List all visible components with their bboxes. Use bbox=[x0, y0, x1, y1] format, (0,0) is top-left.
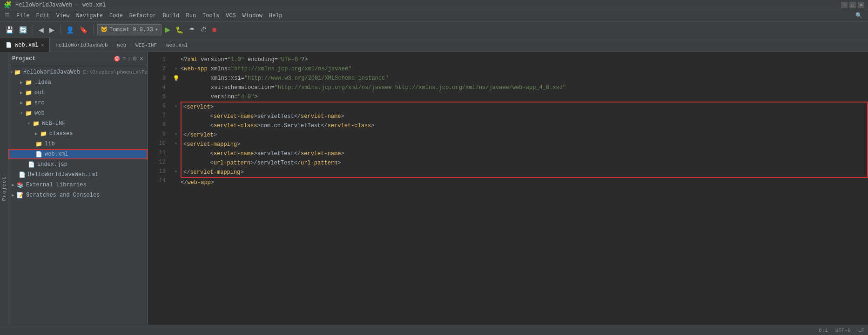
tree-item-scratches[interactable]: ▶ 📝 Scratches and Consoles bbox=[8, 190, 148, 200]
sidebar-expand-button[interactable]: ≡ bbox=[122, 55, 126, 62]
breadcrumb-webxml[interactable]: web.xml bbox=[166, 42, 188, 48]
window-title: HelloWorldJavaWeb - web.xml bbox=[15, 2, 106, 8]
toolbar-forward-button[interactable]: ▶ bbox=[47, 25, 56, 34]
tree-item-classes[interactable]: ▶ 📁 classes bbox=[8, 129, 148, 139]
title-bar: 🧩 HelloWorldJavaWeb - web.xml ─ □ ✕ bbox=[0, 0, 868, 10]
webinf-label: WEB-INF bbox=[42, 120, 65, 127]
sidebar-close-button[interactable]: ✕ bbox=[139, 55, 144, 62]
webinf-expand-icon: ▾ bbox=[26, 121, 32, 126]
fold-9-icon[interactable]: ▾ bbox=[175, 131, 177, 137]
maximize-button[interactable]: □ bbox=[849, 2, 856, 8]
tab-webxml[interactable]: 📄 web.xml ✕ bbox=[0, 38, 50, 52]
tab-webxml-icon: 📄 bbox=[6, 42, 12, 48]
menu-vcs[interactable]: VCS bbox=[223, 12, 239, 20]
line-num-3: 3 bbox=[148, 74, 166, 83]
breadcrumb-webinf[interactable]: WEB-INF bbox=[135, 42, 157, 48]
gutter-10[interactable]: ▾ bbox=[171, 139, 181, 148]
toolbar-back-button[interactable]: ◀ bbox=[37, 25, 46, 34]
menu-build[interactable]: Build bbox=[160, 12, 182, 20]
line-num-10: 10 bbox=[148, 139, 166, 148]
menu-edit[interactable]: Edit bbox=[34, 12, 53, 20]
coverage-button[interactable]: ☂ bbox=[187, 25, 197, 34]
gutter-9[interactable]: ▾ bbox=[171, 130, 181, 139]
highlight-block: <servlet> <servlet-name>servletTest</ser… bbox=[181, 102, 868, 178]
search-everywhere-icon[interactable]: 🔍 bbox=[852, 12, 866, 19]
fold-10-icon[interactable]: ▾ bbox=[175, 141, 177, 146]
menu-help[interactable]: Help bbox=[266, 12, 285, 20]
code-line-5: version="4.0"> bbox=[181, 92, 868, 102]
web-folder-icon: 📁 bbox=[25, 110, 32, 117]
bulb-3-icon[interactable]: 💡 bbox=[173, 75, 180, 82]
code-line-2: <web-app xmlns="http://xmlns.jcp.org/xml… bbox=[181, 64, 868, 74]
gutter-12 bbox=[171, 157, 181, 167]
debug-button[interactable]: 🐛 bbox=[174, 25, 185, 34]
line-num-13: 13 bbox=[148, 167, 166, 176]
root-label: HelloWorldJavaWeb bbox=[23, 69, 80, 75]
sidebar-sort-button[interactable]: ↕ bbox=[128, 55, 130, 62]
menu-run[interactable]: Run bbox=[183, 12, 199, 20]
tree-item-lib[interactable]: 📁 lib bbox=[8, 139, 148, 149]
toolbar-sep-1 bbox=[33, 25, 33, 34]
tree-item-web[interactable]: ▾ 📁 web bbox=[8, 108, 148, 118]
root-folder-icon: 📁 bbox=[14, 69, 21, 76]
menu-refactor[interactable]: Refactor bbox=[127, 12, 159, 20]
profile-button[interactable]: ⏱ bbox=[199, 25, 209, 34]
run-button[interactable]: ▶ bbox=[163, 24, 172, 35]
scratches-label: Scratches and Consoles bbox=[26, 192, 100, 198]
tab-close-button[interactable]: ✕ bbox=[41, 42, 44, 48]
gutter-6[interactable]: ▾ bbox=[171, 102, 181, 111]
close-button[interactable]: ✕ bbox=[858, 2, 864, 8]
menu-tools[interactable]: Tools bbox=[200, 12, 222, 20]
sidebar-settings-button[interactable]: ⚙ bbox=[132, 55, 137, 62]
tree-item-out[interactable]: ▶ 📁 out bbox=[8, 88, 148, 98]
tree-item-iml[interactable]: 📄 HelloWorldJavaWeb.iml bbox=[8, 170, 148, 180]
breadcrumb-project[interactable]: HelloWorldJavaWeb bbox=[55, 42, 108, 48]
gutter-2[interactable]: ▾ bbox=[171, 64, 181, 74]
status-position[interactable]: 6:1 bbox=[819, 328, 828, 333]
tree-item-extlibs[interactable]: ▶ 📚 External Libraries bbox=[8, 180, 148, 190]
toolbar-bookmark-button[interactable]: 🔖 bbox=[78, 25, 89, 34]
run-config-selector[interactable]: 🐱 Tomcat 9.0.33 ▾ bbox=[97, 24, 161, 35]
tree-item-indexjsp[interactable]: 📄 index.jsp bbox=[8, 159, 148, 170]
menu-code[interactable]: Code bbox=[107, 12, 126, 20]
menu-view[interactable]: View bbox=[54, 12, 73, 20]
code-line-8: <servlet-class>com.cn.ServletTest</servl… bbox=[182, 121, 867, 130]
tree-item-webinf[interactable]: ▾ 📁 WEB-INF bbox=[8, 118, 148, 129]
project-panel-label[interactable]: Project bbox=[0, 52, 8, 325]
code-editor[interactable]: <?xml version="1.0" encoding="UTF-8"?> <… bbox=[181, 54, 868, 323]
toolbar-user-button[interactable]: 👤 bbox=[64, 25, 76, 34]
tomcat-label: Tomcat 9.0.33 bbox=[109, 27, 153, 33]
tree-item-src[interactable]: ▶ 📁 src bbox=[8, 98, 148, 108]
tree-item-root[interactable]: ▾ 📁 HelloWorldJavaWeb E:\Dropbox\phoenix… bbox=[8, 67, 148, 77]
gutter-13[interactable]: ▾ bbox=[171, 167, 181, 176]
tree-item-webxml[interactable]: 📄 web.xml bbox=[8, 149, 148, 159]
gutter-3: 💡 bbox=[171, 74, 181, 83]
code-line-6: <servlet> bbox=[182, 103, 867, 112]
sidebar-locate-button[interactable]: 🎯 bbox=[114, 55, 121, 62]
status-line-ending[interactable]: LF bbox=[858, 328, 864, 333]
toolbar-save-button[interactable]: 💾 bbox=[4, 25, 15, 34]
menu-window[interactable]: Window bbox=[240, 12, 265, 20]
minimize-button[interactable]: ─ bbox=[841, 2, 848, 8]
fold-6-icon[interactable]: ▾ bbox=[175, 103, 177, 109]
fold-13-icon[interactable]: ▾ bbox=[175, 169, 177, 174]
menu-app-icon[interactable]: ☰ bbox=[2, 11, 13, 20]
code-line-9: </servlet> bbox=[182, 130, 867, 140]
main-area: Project Project 🎯 ≡ ↕ ⚙ ✕ ▾ 📁 HelloWorld… bbox=[0, 52, 868, 325]
line-num-11: 11 bbox=[148, 148, 166, 157]
fold-2-icon[interactable]: ▾ bbox=[175, 66, 177, 72]
menu-navigate[interactable]: Navigate bbox=[73, 12, 106, 20]
line-num-1: 1 bbox=[148, 55, 166, 64]
toolbar-sync-button[interactable]: 🔄 bbox=[17, 25, 29, 34]
stop-button[interactable]: ■ bbox=[211, 25, 218, 35]
status-encoding[interactable]: UTF-8 bbox=[835, 328, 851, 333]
line-num-4: 4 bbox=[148, 83, 166, 92]
menu-file[interactable]: File bbox=[13, 12, 33, 20]
root-path: E:\Dropbox\phoenix\Tes bbox=[83, 69, 148, 75]
tree-item-idea[interactable]: ▶ 📁 .idea bbox=[8, 77, 148, 88]
extlibs-label: External Libraries bbox=[26, 182, 87, 188]
breadcrumb-web[interactable]: web bbox=[117, 42, 126, 48]
root-expand-icon: ▾ bbox=[10, 69, 13, 75]
editor-content[interactable]: 1 2 3 4 5 6 7 8 9 10 11 12 13 14 ▾ 💡 bbox=[148, 52, 868, 325]
out-folder-icon: 📁 bbox=[25, 89, 32, 96]
